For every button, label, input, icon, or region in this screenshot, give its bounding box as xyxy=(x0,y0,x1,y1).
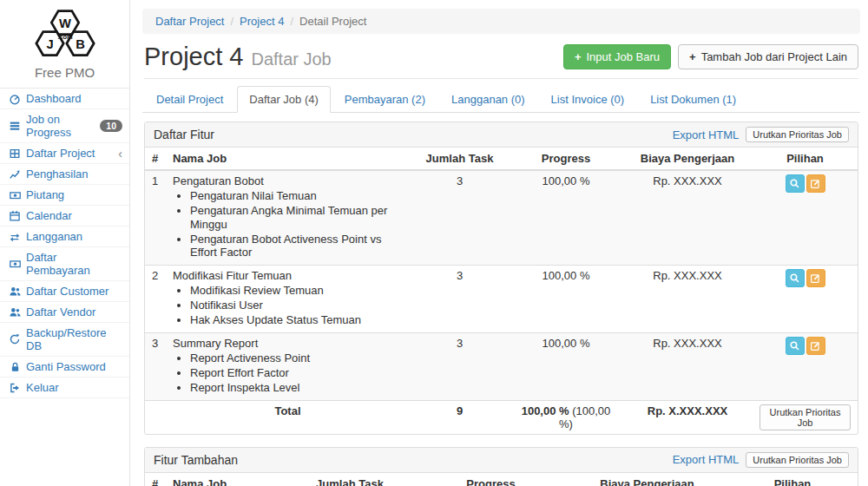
line-chart-icon xyxy=(7,168,23,181)
subtask: Report Activeness Point xyxy=(190,351,403,364)
total-actions: Urutkan Prioritas Job xyxy=(753,400,858,434)
page-title: Project 4 xyxy=(144,43,243,71)
export-html-link[interactable]: Export HTML xyxy=(673,453,740,466)
project-tabs: Detail Project Daftar Job (4) Pembayaran… xyxy=(142,86,860,113)
svg-text:.com: .com xyxy=(57,33,73,41)
tab-list-dokumen[interactable]: List Dokumen (1) xyxy=(638,86,748,113)
sidebar-item-label: Calendar xyxy=(26,209,72,222)
urutkan-prioritas-job-button[interactable]: Urutkan Prioritas Job xyxy=(746,452,849,468)
col-jumlah-task: Jumlah Task xyxy=(285,473,415,486)
sidebar-item-daftar-project[interactable]: Daftar Project xyxy=(0,143,129,164)
chevron-left-icon xyxy=(118,149,122,158)
users-icon xyxy=(7,286,23,298)
button-label: Tambah Job dari Project Lain xyxy=(701,50,847,63)
subtask-list: Report Activeness Point Report Effort Fa… xyxy=(173,351,403,395)
col-nama-job: Nama Job xyxy=(166,148,410,170)
plus-icon xyxy=(689,50,701,63)
lock-icon xyxy=(7,361,23,373)
breadcrumb-daftar-project[interactable]: Daftar Project xyxy=(155,15,224,28)
col-biaya-pengerjaan: Biaya Pengerjaan xyxy=(567,473,727,486)
input-job-baru-button[interactable]: Input Job Baru xyxy=(563,44,671,69)
col-no: # xyxy=(145,473,166,486)
view-job-button[interactable] xyxy=(786,269,805,287)
sidebar-item-backup-restore-db[interactable]: Backup/Restore DB xyxy=(0,323,129,357)
sidebar-item-piutang[interactable]: Piutang xyxy=(0,185,129,206)
job-name: Pengaturan Bobot xyxy=(173,174,264,187)
col-no: # xyxy=(145,148,166,170)
main-content: Daftar ProjectProject 4Detail Project Pr… xyxy=(131,0,868,486)
sidebar-item-label: Langganan xyxy=(26,230,82,243)
daftar-fitur-panel-heading: Daftar Fitur Export HTML Urutkan Priorit… xyxy=(145,122,858,148)
view-job-button[interactable] xyxy=(786,337,805,355)
export-html-link[interactable]: Export HTML xyxy=(673,128,740,141)
row-jumlah-task: 3 xyxy=(410,332,510,400)
panel-title: Fitur Tambahan xyxy=(154,453,238,467)
refresh-icon xyxy=(7,333,23,345)
sidebar-item-label: Daftar Pembayaran xyxy=(26,251,122,277)
tab-list-invoice[interactable]: List Invoice (0) xyxy=(539,86,637,113)
calendar-icon xyxy=(7,210,23,222)
urutkan-prioritas-job-button[interactable]: Urutkan Prioritas Job xyxy=(746,127,849,142)
sidebar-item-keluar[interactable]: Keluar xyxy=(0,378,129,398)
view-job-button[interactable] xyxy=(786,174,805,193)
table-total-row: Total 9 100,00 % (100,00 %) Rp. X.XXX.XX… xyxy=(145,400,858,434)
sidebar-item-daftar-customer[interactable]: Daftar Customer xyxy=(0,281,129,302)
page-header: Project 4 Daftar Job Input Job Baru Tamb… xyxy=(144,43,858,71)
edit-job-button[interactable] xyxy=(806,174,825,193)
panel-title: Daftar Fitur xyxy=(154,128,214,141)
urutkan-prioritas-job-button[interactable]: Urutkan Prioritas Job xyxy=(760,404,851,430)
row-progress: 100,00 % xyxy=(510,265,622,332)
sidebar-item-label: Daftar Vendor xyxy=(26,305,95,319)
subtask: Hak Akses Update Status Temuan xyxy=(190,313,403,326)
table-header-row: # Nama Job Jumlah Task Progress Biaya Pe… xyxy=(145,473,858,486)
sidebar-item-ganti-password[interactable]: Ganti Password xyxy=(0,357,129,378)
col-biaya-pengerjaan: Biaya Pengerjaan xyxy=(622,148,753,170)
panel-tools: Export HTML Urutkan Prioritas Job xyxy=(673,452,849,468)
header-divider xyxy=(144,78,858,79)
sidebar-item-daftar-pembayaran[interactable]: Daftar Pembayaran xyxy=(0,247,129,281)
breadcrumb-current: Detail Project xyxy=(299,15,366,28)
job-count-badge: 10 xyxy=(100,120,122,132)
tab-pembayaran[interactable]: Pembayaran (2) xyxy=(332,86,437,113)
sidebar-item-label: Dashboard xyxy=(26,92,82,105)
breadcrumb: Daftar ProjectProject 4Detail Project xyxy=(142,9,860,34)
row-biaya: Rp. XXX.XXX xyxy=(622,332,753,400)
app-logo: W J B .com Free PMO xyxy=(0,0,129,80)
jwb-logo-icon: W J B .com xyxy=(25,7,105,61)
search-icon xyxy=(789,178,800,189)
sidebar-item-penghasilan[interactable]: Penghasilan xyxy=(0,164,129,185)
total-biaya: Rp. X.XXX.XXX xyxy=(622,400,753,434)
table-icon xyxy=(7,148,23,160)
sidebar-item-dashboard[interactable]: Dashboard xyxy=(0,89,129,109)
sidebar-item-job-on-progress[interactable]: Job on Progress 10 xyxy=(0,109,129,143)
col-progress: Progress xyxy=(510,148,622,170)
row-progress: 100,00 % xyxy=(510,170,622,265)
panel-tools: Export HTML Urutkan Prioritas Job xyxy=(673,127,849,142)
row-no: 3 xyxy=(145,332,166,400)
breadcrumb-project-4[interactable]: Project 4 xyxy=(240,15,284,28)
table-row: 2 Modifikasi Fitur Temuan Modifikasi Rev… xyxy=(145,265,858,332)
sidebar-item-label: Daftar Customer xyxy=(26,285,108,298)
sidebar-item-langganan[interactable]: Langganan xyxy=(0,227,129,247)
total-jumlah-task: 9 xyxy=(410,400,510,434)
tab-langganan[interactable]: Langganan (0) xyxy=(439,86,537,113)
search-icon xyxy=(789,340,800,351)
daftar-fitur-table: # Nama Job Jumlah Task Progress Biaya Pe… xyxy=(145,148,858,434)
tambah-job-dari-project-lain-button[interactable]: Tambah Job dari Project Lain xyxy=(678,44,858,69)
row-nama-job: Pengaturan Bobot Pengaturan Nilai Temuan… xyxy=(166,170,410,265)
svg-text:B: B xyxy=(76,37,85,51)
sidebar-item-daftar-vendor[interactable]: Daftar Vendor xyxy=(0,302,129,323)
row-jumlah-task: 3 xyxy=(410,265,510,332)
sidebar-item-calendar[interactable]: Calendar xyxy=(0,206,129,227)
edit-job-button[interactable] xyxy=(806,337,825,355)
total-spacer xyxy=(145,400,166,434)
sidebar-item-label: Ganti Password xyxy=(26,360,106,373)
row-actions xyxy=(753,332,858,400)
tab-detail-project[interactable]: Detail Project xyxy=(144,86,235,113)
search-icon xyxy=(789,273,800,284)
tab-daftar-job[interactable]: Daftar Job (4) xyxy=(237,86,330,113)
edit-job-button[interactable] xyxy=(806,269,825,287)
edit-icon xyxy=(810,178,821,189)
col-nama-job: Nama Job xyxy=(166,473,285,486)
table-row: 1 Pengaturan Bobot Pengaturan Nilai Temu… xyxy=(145,170,858,265)
